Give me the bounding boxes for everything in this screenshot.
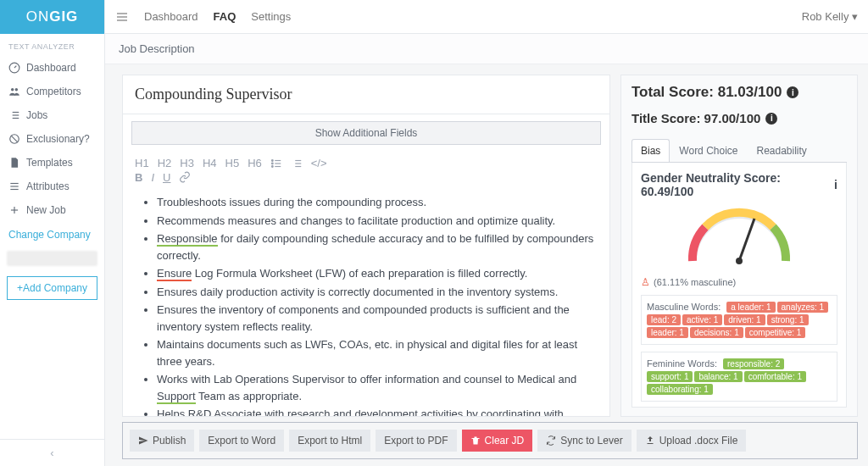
svg-point-18 bbox=[271, 159, 273, 161]
gender-gauge bbox=[680, 202, 798, 269]
sidebar-item-exclusionary[interactable]: Exclusionary? bbox=[0, 127, 104, 151]
editor-card: Compounding Supervisor Show Additional F… bbox=[122, 75, 610, 417]
sidebar-item-label: New Job bbox=[26, 204, 66, 216]
topnav-faq[interactable]: FAQ bbox=[214, 10, 236, 23]
topnav-dashboard[interactable]: Dashboard bbox=[144, 10, 198, 23]
h1-button[interactable]: H1 bbox=[135, 157, 149, 169]
tab-bias[interactable]: Bias bbox=[632, 139, 670, 162]
publish-button[interactable]: Publish bbox=[130, 430, 194, 452]
svg-point-32 bbox=[736, 258, 743, 264]
people-icon bbox=[8, 86, 20, 97]
sidebar-item-new-job[interactable]: New Job bbox=[0, 198, 104, 222]
h6-button[interactable]: H6 bbox=[248, 157, 262, 169]
person-icon: ♙ bbox=[641, 276, 650, 288]
feminine-word-pill[interactable]: responsible: 2 bbox=[723, 358, 784, 369]
tab-readability[interactable]: Readability bbox=[747, 139, 815, 162]
clear-jd-button[interactable]: Clear JD bbox=[462, 430, 533, 452]
sync-lever-button[interactable]: Sync to Lever bbox=[537, 430, 631, 452]
hamburger-icon[interactable] bbox=[115, 10, 129, 24]
feminine-word-pill[interactable]: support: 1 bbox=[647, 371, 693, 382]
feminine-word-pill[interactable]: comfortable: 1 bbox=[744, 371, 806, 382]
sidebar-item-templates[interactable]: Templates bbox=[0, 151, 104, 175]
gender-neutrality-title: Gender Neutrality Score: 60.49/100i bbox=[641, 171, 837, 198]
masculine-word-pill[interactable]: analyzes: 1 bbox=[777, 302, 829, 313]
title-score-title: Title Score: 97.00/100 i bbox=[632, 111, 847, 125]
plus-icon bbox=[8, 204, 20, 216]
h2-button[interactable]: H2 bbox=[158, 157, 172, 169]
export-pdf-button[interactable]: Export to PDF bbox=[376, 430, 456, 452]
masculine-word-pill[interactable]: lead: 2 bbox=[647, 314, 681, 325]
upload-docx-button[interactable]: Upload .docx File bbox=[637, 430, 747, 452]
masculine-words-label: Masculine Words: bbox=[647, 302, 721, 312]
sidebar-item-competitors[interactable]: Competitors bbox=[0, 80, 104, 103]
breadcrumb: Job Description bbox=[105, 34, 868, 64]
change-company-link[interactable]: Change Company bbox=[0, 222, 104, 247]
sidebar-item-attributes[interactable]: Attributes bbox=[0, 175, 104, 198]
info-icon[interactable]: i bbox=[765, 113, 777, 125]
gender-section: Gender Neutrality Score: 60.49/100i ♙ (6… bbox=[632, 163, 847, 408]
total-score-title: Total Score: 81.03/100 i bbox=[632, 84, 847, 101]
topbar: Dashboard FAQ Settings Rob Kelly ▾ bbox=[105, 0, 868, 34]
svg-point-0 bbox=[11, 88, 14, 92]
score-tabs: Bias Word Choice Readability bbox=[632, 139, 847, 163]
show-additional-fields-button[interactable]: Show Additional Fields bbox=[131, 121, 601, 145]
sidebar-item-label: Exclusionary? bbox=[26, 133, 90, 145]
list-icon bbox=[8, 109, 20, 121]
collapse-sidebar-button[interactable]: ‹ bbox=[0, 439, 104, 466]
chevron-left-icon: ‹ bbox=[50, 447, 53, 459]
sidebar-item-label: Templates bbox=[26, 157, 73, 169]
underline-button[interactable]: U bbox=[163, 171, 170, 184]
h3-button[interactable]: H3 bbox=[180, 157, 194, 169]
masculine-word-pill[interactable]: active: 1 bbox=[682, 314, 722, 325]
brand-logo: ONGIG bbox=[0, 0, 104, 34]
ul-icon[interactable] bbox=[270, 158, 282, 169]
code-icon[interactable]: </> bbox=[311, 157, 327, 169]
feminine-words-label: Feminine Words: bbox=[647, 358, 717, 369]
job-title-input[interactable]: Compounding Supervisor bbox=[123, 75, 609, 114]
export-html-button[interactable]: Export to Html bbox=[289, 430, 370, 452]
trash-icon bbox=[470, 435, 481, 446]
content-row: Compounding Supervisor Show Additional F… bbox=[105, 64, 868, 417]
feminine-word-pill[interactable]: collaborating: 1 bbox=[647, 384, 713, 395]
add-company-button[interactable]: +Add Company bbox=[7, 276, 97, 300]
svg-line-9 bbox=[11, 136, 18, 142]
h4-button[interactable]: H4 bbox=[203, 157, 217, 169]
list-item: Ensures the inventory of components and … bbox=[157, 302, 594, 335]
sidebar-item-dashboard[interactable]: Dashboard bbox=[0, 56, 104, 80]
ban-icon bbox=[8, 133, 20, 145]
sidebar-item-jobs[interactable]: Jobs bbox=[0, 103, 104, 127]
italic-button[interactable]: I bbox=[151, 171, 154, 184]
company-instance-redacted[interactable] bbox=[7, 251, 97, 266]
info-icon[interactable]: i bbox=[834, 178, 837, 191]
topnav-settings[interactable]: Settings bbox=[251, 10, 291, 23]
masculine-word-pill[interactable]: competitive: 1 bbox=[745, 327, 806, 338]
masculine-word-pill[interactable]: a leader: 1 bbox=[726, 302, 775, 313]
feminine-word-pill[interactable]: balance: 1 bbox=[694, 371, 742, 382]
section-label: TEXT ANALYZER bbox=[0, 34, 104, 56]
svg-point-1 bbox=[15, 88, 18, 92]
masculine-word-pill[interactable]: decisions: 1 bbox=[690, 327, 743, 338]
user-menu[interactable]: Rob Kelly ▾ bbox=[802, 10, 858, 23]
info-icon[interactable]: i bbox=[787, 86, 798, 98]
masculine-word-pill[interactable]: leader: 1 bbox=[647, 327, 688, 338]
ol-icon[interactable] bbox=[291, 158, 303, 169]
list-item: Responsible for daily compounding schedu… bbox=[157, 230, 594, 264]
bold-button[interactable]: B bbox=[135, 171, 142, 184]
main-column: Dashboard FAQ Settings Rob Kelly ▾ Job D… bbox=[105, 0, 868, 466]
list-item: Ensure Log Formula Worksheet (LFW) of ea… bbox=[157, 265, 594, 282]
highlight-red: Ensure bbox=[157, 267, 192, 281]
masculine-word-pill[interactable]: strong: 1 bbox=[767, 314, 809, 325]
editor-body[interactable]: Troubleshoots issues during the compound… bbox=[123, 189, 609, 416]
masculine-word-pill[interactable]: driven: 1 bbox=[724, 314, 765, 325]
export-word-button[interactable]: Export to Word bbox=[199, 430, 284, 452]
action-bar: Publish Export to Word Export to Html Ex… bbox=[122, 422, 858, 459]
masculine-words-group: Masculine Words: a leader: 1analyzes: 1l… bbox=[641, 295, 837, 345]
list-item: Maintains documents such as LWFs, COAs, … bbox=[157, 336, 594, 369]
sidebar-item-label: Attributes bbox=[26, 180, 70, 192]
h5-button[interactable]: H5 bbox=[225, 157, 240, 169]
sidebar-item-label: Dashboard bbox=[26, 62, 76, 74]
brand-on: ON bbox=[26, 8, 50, 25]
link-button[interactable] bbox=[179, 171, 191, 184]
tab-word-choice[interactable]: Word Choice bbox=[670, 139, 747, 162]
format-toolbar: B I U bbox=[123, 171, 609, 189]
